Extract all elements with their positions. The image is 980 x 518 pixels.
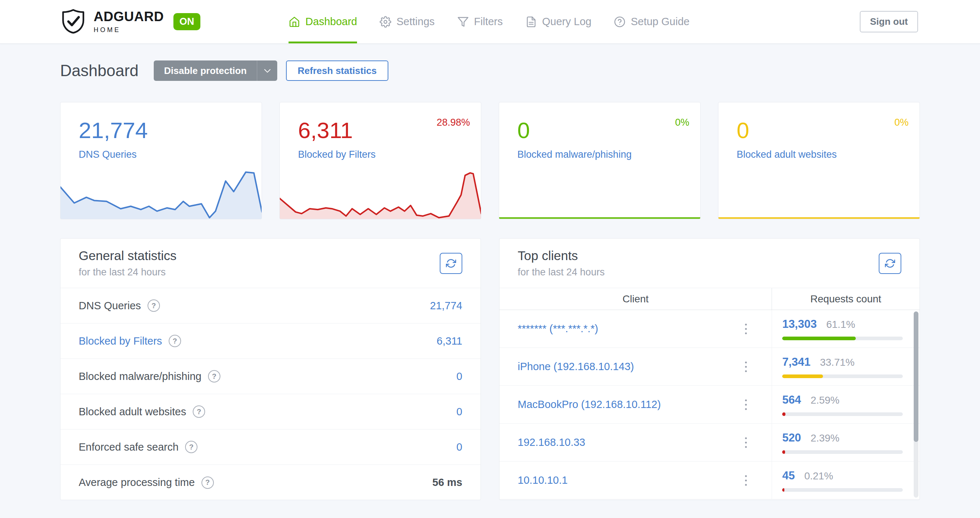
stats-row-value: 56 ms bbox=[433, 477, 462, 488]
stats-row-label-text: Average processing time bbox=[79, 477, 195, 488]
kebab-menu-icon[interactable] bbox=[743, 435, 749, 450]
requests-count-percent: 61.1% bbox=[826, 319, 855, 331]
adguard-shield-icon bbox=[60, 8, 86, 36]
client-row: ******* (***.***.*.*)13,30361.1% bbox=[500, 310, 920, 348]
nav-item-settings[interactable]: Settings bbox=[380, 0, 434, 43]
stats-row-label: Enforced safe search? bbox=[79, 441, 197, 453]
stat-card-label[interactable]: Blocked by Filters bbox=[298, 149, 463, 160]
stat-card-label[interactable]: Blocked adult websites bbox=[737, 149, 901, 160]
adguard-home-logo[interactable]: ADGUARD HOME ON bbox=[60, 0, 288, 43]
client-name: iPhone (192.168.10.143) bbox=[518, 361, 634, 373]
client-row: MacBookPro (192.168.10.112)5642.59% bbox=[500, 386, 920, 424]
stats-row-label[interactable]: Blocked by Filters? bbox=[79, 335, 181, 347]
gear-icon bbox=[380, 16, 391, 28]
chevron-down-icon[interactable] bbox=[257, 60, 277, 81]
refresh-general-statistics-button[interactable] bbox=[440, 253, 462, 274]
column-header-requests-count: Requests count bbox=[772, 288, 920, 310]
protection-status-badge: ON bbox=[173, 13, 201, 30]
stat-card-sparkline bbox=[718, 167, 920, 219]
stats-row-label: Average processing time? bbox=[79, 477, 214, 489]
stat-card-label[interactable]: DNS Queries bbox=[79, 149, 243, 160]
file-text-icon bbox=[525, 16, 537, 28]
home-icon bbox=[288, 16, 300, 28]
help-icon[interactable]: ? bbox=[202, 477, 214, 489]
stat-card-sparkline bbox=[60, 167, 262, 219]
client-name: 10.10.10.1 bbox=[518, 474, 568, 486]
app-header: ADGUARD HOME ON DashboardSettingsFilters… bbox=[0, 0, 980, 44]
nav-item-label: Setup Guide bbox=[631, 16, 689, 28]
stat-card-number: 21,774 bbox=[79, 119, 243, 142]
client-link[interactable]: iPhone (192.168.10.143) bbox=[500, 348, 772, 385]
help-icon[interactable]: ? bbox=[193, 405, 205, 418]
general-statistics-list: DNS Queries?21,774Blocked by Filters?6,3… bbox=[60, 288, 480, 500]
general-statistics-subtitle: for the last 24 hours bbox=[79, 267, 176, 278]
stat-card-label[interactable]: Blocked malware/phishing bbox=[517, 149, 682, 160]
client-link[interactable]: 10.10.10.1 bbox=[500, 462, 772, 499]
logo-subtitle: HOME bbox=[94, 26, 164, 34]
stats-row-label: Blocked adult websites? bbox=[79, 405, 205, 418]
main-nav: DashboardSettingsFiltersQuery LogSetup G… bbox=[288, 0, 689, 43]
client-link[interactable]: 192.168.10.33 bbox=[500, 424, 772, 461]
stats-row-value: 0 bbox=[457, 370, 462, 383]
stats-row-label-text: Enforced safe search bbox=[79, 441, 178, 453]
client-link[interactable]: MacBookPro (192.168.10.112) bbox=[500, 386, 772, 423]
table-scrollbar-thumb[interactable] bbox=[914, 311, 918, 442]
table-scrollbar[interactable] bbox=[914, 311, 918, 497]
top-clients-subtitle: for the last 24 hours bbox=[518, 267, 605, 278]
disable-protection-label[interactable]: Disable protection bbox=[154, 60, 257, 81]
requests-count-cell: 5202.39% bbox=[772, 424, 920, 461]
stats-row: Blocked adult websites?0 bbox=[60, 394, 480, 429]
stat-card-dns-queries: 21,774DNS Queries bbox=[60, 102, 262, 219]
requests-progress-bar bbox=[782, 337, 903, 340]
requests-count-cell: 7,34133.71% bbox=[772, 348, 920, 385]
sign-out-button[interactable]: Sign out bbox=[860, 11, 918, 32]
refresh-top-clients-button[interactable] bbox=[879, 253, 901, 274]
top-clients-table-header: Client Requests count bbox=[500, 288, 920, 310]
filter-icon bbox=[457, 16, 469, 28]
requests-count-percent: 33.71% bbox=[820, 357, 855, 368]
stats-row-label: DNS Queries? bbox=[79, 299, 160, 312]
help-icon[interactable]: ? bbox=[169, 335, 181, 347]
help-icon[interactable]: ? bbox=[185, 441, 197, 453]
top-clients-panel: Top clients for the last 24 hours Client… bbox=[499, 238, 920, 500]
nav-item-label: Filters bbox=[474, 16, 503, 28]
stats-row: Enforced safe search?0 bbox=[60, 429, 480, 465]
stats-row-label-text: DNS Queries bbox=[79, 300, 141, 312]
stat-card-percent: 28.98% bbox=[436, 117, 470, 128]
stats-row-value: 21,774 bbox=[430, 300, 462, 312]
kebab-menu-icon[interactable] bbox=[743, 359, 749, 374]
panels-row: General statistics for the last 24 hours… bbox=[60, 238, 920, 500]
stats-row-value: 0 bbox=[457, 441, 462, 453]
disable-protection-button[interactable]: Disable protection bbox=[154, 60, 277, 81]
general-statistics-panel: General statistics for the last 24 hours… bbox=[60, 238, 481, 500]
help-icon[interactable]: ? bbox=[148, 299, 160, 312]
requests-count-cell: 450.21% bbox=[772, 462, 920, 499]
stats-row: Blocked by Filters?6,311 bbox=[60, 324, 480, 359]
stat-card-number: 0 bbox=[737, 119, 901, 142]
kebab-menu-icon[interactable] bbox=[743, 321, 749, 336]
help-icon[interactable]: ? bbox=[208, 370, 220, 383]
kebab-menu-icon[interactable] bbox=[743, 473, 749, 488]
stat-card-sparkline bbox=[279, 167, 481, 219]
requests-count-value: 564 bbox=[782, 393, 801, 407]
client-name: 192.168.10.33 bbox=[518, 436, 585, 448]
nav-item-filters[interactable]: Filters bbox=[457, 0, 503, 43]
nav-item-dashboard[interactable]: Dashboard bbox=[288, 0, 357, 43]
general-statistics-title: General statistics bbox=[79, 248, 176, 263]
refresh-statistics-button[interactable]: Refresh statistics bbox=[286, 60, 388, 81]
stats-row: Blocked malware/phishing?0 bbox=[60, 359, 480, 394]
requests-count-cell: 5642.59% bbox=[772, 386, 920, 423]
stat-card-sparkline bbox=[499, 167, 701, 219]
signout-section: Sign out bbox=[690, 0, 918, 43]
requests-count-percent: 2.59% bbox=[811, 394, 839, 406]
stats-row-value: 0 bbox=[457, 406, 462, 418]
nav-item-query-log[interactable]: Query Log bbox=[525, 0, 591, 43]
nav-item-setup-guide[interactable]: Setup Guide bbox=[614, 0, 689, 43]
client-link[interactable]: ******* (***.***.*.*) bbox=[500, 310, 772, 348]
requests-count-value: 13,303 bbox=[782, 318, 817, 331]
title-row: Dashboard Disable protection Refresh sta… bbox=[60, 60, 920, 81]
nav-item-label: Query Log bbox=[542, 16, 591, 28]
kebab-menu-icon[interactable] bbox=[743, 397, 749, 412]
nav-item-label: Settings bbox=[396, 16, 434, 28]
requests-count-value: 7,341 bbox=[782, 356, 811, 369]
